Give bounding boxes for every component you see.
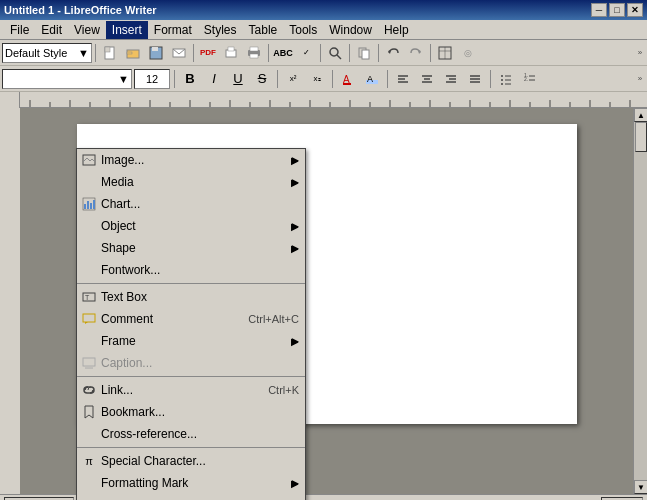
style-dropdown-arrow: ▼ bbox=[78, 47, 89, 59]
svg-line-14 bbox=[337, 55, 341, 59]
new-doc-button[interactable] bbox=[99, 43, 121, 63]
table-button[interactable] bbox=[434, 43, 456, 63]
strikethrough-button[interactable]: S bbox=[251, 69, 273, 89]
print-button[interactable] bbox=[243, 43, 265, 63]
toolbar-sep-1 bbox=[95, 44, 96, 62]
menu-item-caption[interactable]: Caption... bbox=[77, 352, 305, 374]
save-button[interactable] bbox=[145, 43, 167, 63]
list-unordered-button[interactable] bbox=[495, 69, 517, 89]
menu-view[interactable]: View bbox=[68, 21, 106, 39]
menu-item-object[interactable]: Object ▶ bbox=[77, 215, 305, 237]
toolbar-sep-6 bbox=[378, 44, 379, 62]
menu-item-shape[interactable]: Shape ▶ bbox=[77, 237, 305, 259]
menu-file[interactable]: File bbox=[4, 21, 35, 39]
toolbar-standard: Default Style ▼ PDF ABC ✓ ◎ » bbox=[0, 40, 647, 66]
font-name-box[interactable]: ▼ bbox=[2, 69, 132, 89]
menu-item-link[interactable]: Link... Ctrl+K bbox=[77, 379, 305, 401]
menu-insert[interactable]: Insert bbox=[106, 21, 148, 39]
list-ordered-button[interactable]: 1.2. bbox=[519, 69, 541, 89]
svg-marker-91 bbox=[85, 322, 88, 324]
bold-button[interactable]: B bbox=[179, 69, 201, 89]
align-left-button[interactable] bbox=[392, 69, 414, 89]
menu-table[interactable]: Table bbox=[243, 21, 284, 39]
menu-item-crossref[interactable]: Cross-reference... bbox=[77, 423, 305, 445]
ruler-area bbox=[0, 92, 647, 108]
menu-item-formattingmark[interactable]: Formatting Mark ▶ bbox=[77, 472, 305, 494]
menu-item-frame[interactable]: Frame ▶ bbox=[77, 330, 305, 352]
svg-rect-5 bbox=[152, 47, 158, 51]
fmt-sep-1 bbox=[174, 70, 175, 88]
menu-item-fontwork-label: Fontwork... bbox=[101, 263, 160, 277]
insert-menu: Image... ▶ Media ▶ Chart... Object ▶ bbox=[76, 148, 306, 500]
menu-format[interactable]: Format bbox=[148, 21, 198, 39]
titlebar: Untitled 1 - LibreOffice Writer ─ □ ✕ bbox=[0, 0, 647, 20]
chart-icon bbox=[81, 196, 97, 212]
menu-window[interactable]: Window bbox=[323, 21, 378, 39]
menu-help[interactable]: Help bbox=[378, 21, 415, 39]
svg-rect-9 bbox=[228, 47, 234, 51]
email-button[interactable] bbox=[168, 43, 190, 63]
menu-item-hline[interactable]: Horizontal Line bbox=[77, 494, 305, 500]
menu-item-bookmark[interactable]: Bookmark... bbox=[77, 401, 305, 423]
menu-edit[interactable]: Edit bbox=[35, 21, 68, 39]
undo-button[interactable] bbox=[382, 43, 404, 63]
textbox-icon: T bbox=[81, 289, 97, 305]
find-button[interactable] bbox=[324, 43, 346, 63]
toolbar-sep-3 bbox=[268, 44, 269, 62]
svg-point-38 bbox=[501, 75, 503, 77]
pdf-button[interactable]: PDF bbox=[197, 43, 219, 63]
print-preview-button[interactable] bbox=[220, 43, 242, 63]
menu-item-textbox[interactable]: T Text Box bbox=[77, 286, 305, 308]
spellcheck-button[interactable]: ABC bbox=[272, 43, 294, 63]
copy-formatting-button[interactable] bbox=[353, 43, 375, 63]
close-button[interactable]: ✕ bbox=[627, 3, 643, 17]
ruler-corner bbox=[0, 92, 20, 108]
image-icon bbox=[81, 152, 97, 168]
fmt-toolbar-end-button[interactable]: » bbox=[635, 69, 645, 89]
open-doc-button[interactable] bbox=[122, 43, 144, 63]
autospell-button[interactable]: ✓ bbox=[295, 43, 317, 63]
justify-button[interactable] bbox=[464, 69, 486, 89]
redo-button[interactable] bbox=[405, 43, 427, 63]
font-color-button[interactable]: A bbox=[337, 69, 359, 89]
style-dropdown[interactable]: Default Style ▼ bbox=[2, 43, 92, 63]
view-web-button[interactable] bbox=[486, 496, 508, 501]
menu-item-comment[interactable]: Comment Ctrl+Alt+C bbox=[77, 308, 305, 330]
svg-point-13 bbox=[330, 48, 338, 56]
zoom-percent[interactable]: 100% bbox=[601, 497, 643, 501]
toolbar-end-button[interactable]: » bbox=[635, 43, 645, 63]
svg-rect-12 bbox=[250, 54, 258, 58]
toolbar-formatting: ▼ 12 B I U S x² x₂ A A 1.2. » bbox=[0, 66, 647, 92]
subscript-button[interactable]: x₂ bbox=[306, 69, 328, 89]
font-size-value: 12 bbox=[146, 73, 158, 85]
show-change-button[interactable]: ◎ bbox=[457, 43, 479, 63]
maximize-button[interactable]: □ bbox=[609, 3, 625, 17]
shape-submenu-arrow: ▶ bbox=[291, 243, 299, 254]
font-size-box[interactable]: 12 bbox=[134, 69, 170, 89]
menu-item-chart[interactable]: Chart... bbox=[77, 193, 305, 215]
menu-overlay: Image... ▶ Media ▶ Chart... Object ▶ bbox=[0, 108, 647, 494]
fmt-sep-4 bbox=[387, 70, 388, 88]
menu-item-image[interactable]: Image... ▶ bbox=[77, 149, 305, 171]
minimize-button[interactable]: ─ bbox=[591, 3, 607, 17]
align-center-button[interactable] bbox=[416, 69, 438, 89]
svg-rect-16 bbox=[362, 50, 369, 59]
italic-button[interactable]: I bbox=[203, 69, 225, 89]
menu-item-specialchar[interactable]: π Special Character... bbox=[77, 450, 305, 472]
menu-tools[interactable]: Tools bbox=[283, 21, 323, 39]
view-normal-button[interactable] bbox=[456, 496, 478, 501]
svg-marker-18 bbox=[418, 50, 421, 54]
page-status: Page 1 of 1 bbox=[4, 497, 74, 501]
menu-item-media[interactable]: Media ▶ bbox=[77, 171, 305, 193]
menu-item-specialchar-label: Special Character... bbox=[101, 454, 206, 468]
highlight-button[interactable]: A bbox=[361, 69, 383, 89]
fmt-sep-3 bbox=[332, 70, 333, 88]
align-right-button[interactable] bbox=[440, 69, 462, 89]
svg-rect-1 bbox=[105, 47, 110, 52]
underline-button[interactable]: U bbox=[227, 69, 249, 89]
toolbar-sep-4 bbox=[320, 44, 321, 62]
svg-rect-87 bbox=[93, 200, 95, 209]
superscript-button[interactable]: x² bbox=[282, 69, 304, 89]
menu-styles[interactable]: Styles bbox=[198, 21, 243, 39]
menu-item-fontwork[interactable]: Fontwork... bbox=[77, 259, 305, 281]
